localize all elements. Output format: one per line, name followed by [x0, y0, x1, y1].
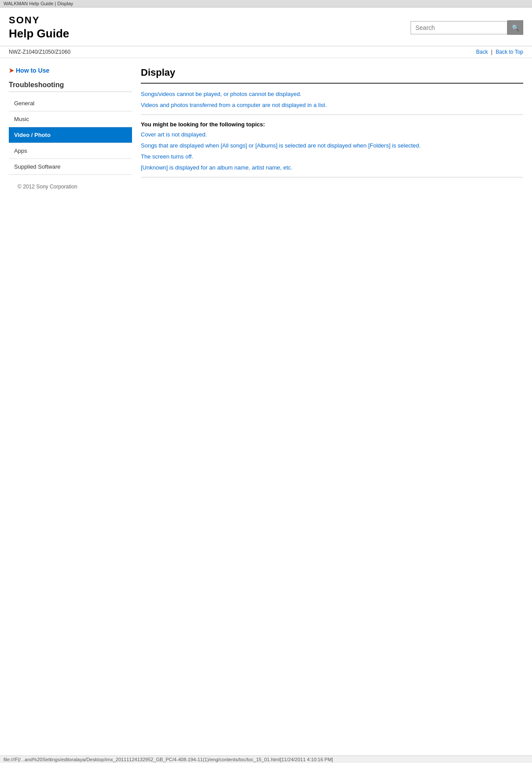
sub-link-3[interactable]: The screen turns off.	[141, 153, 523, 160]
back-link[interactable]: Back	[476, 49, 488, 55]
sidebar-item-supplied-software[interactable]: Supplied Software	[9, 159, 132, 175]
nav-bar: NWZ-Z1040/Z1050/Z1060 Back | Back to Top	[0, 46, 532, 58]
nav-separator: |	[491, 49, 492, 55]
content-area: Display Songs/videos cannot be played, o…	[141, 67, 523, 199]
header: SONY Help Guide 🔍	[0, 7, 532, 46]
browser-title: WALKMAN Help Guide | Display	[4, 1, 73, 6]
troubleshooting-section-title: Troubleshooting	[9, 81, 132, 92]
sidebar-item-general[interactable]: General	[9, 96, 132, 111]
search-input[interactable]	[411, 21, 507, 34]
search-container: 🔍	[411, 20, 523, 35]
back-to-top-link[interactable]: Back to Top	[496, 49, 523, 55]
how-to-use-arrow-icon: ➤	[9, 67, 14, 74]
content-link-2[interactable]: Videos and photos transferred from a com…	[141, 102, 523, 108]
sub-link-1[interactable]: Cover art is not displayed.	[141, 131, 523, 138]
footer: © 2012 Sony Corporation	[9, 175, 132, 199]
model-number: NWZ-Z1040/Z1050/Z1060	[9, 49, 70, 55]
browser-title-bar: WALKMAN Help Guide | Display	[0, 0, 532, 7]
header-branding: SONY Help Guide	[9, 15, 69, 41]
sub-link-4[interactable]: [Unknown] is displayed for an album name…	[141, 164, 523, 171]
main-layout: ➤ How to Use Troubleshooting General Mus…	[0, 58, 532, 207]
how-to-use-link[interactable]: How to Use	[16, 67, 49, 74]
search-button[interactable]: 🔍	[507, 20, 523, 35]
help-guide-title: Help Guide	[9, 27, 69, 41]
sidebar-item-video-photo[interactable]: Video / Photo	[9, 127, 132, 143]
subheading: You might be looking for the following t…	[141, 121, 523, 128]
content-link-1[interactable]: Songs/videos cannot be played, or photos…	[141, 91, 523, 97]
also-looking-section: You might be looking for the following t…	[141, 121, 523, 171]
sony-logo: SONY	[9, 15, 69, 26]
copyright-text: © 2012 Sony Corporation	[18, 184, 77, 190]
content-divider-2	[141, 177, 523, 177]
nav-links: Back | Back to Top	[476, 49, 523, 55]
content-divider-1	[141, 114, 523, 115]
sidebar-item-music[interactable]: Music	[9, 111, 132, 127]
sidebar: ➤ How to Use Troubleshooting General Mus…	[9, 67, 132, 199]
sidebar-item-apps[interactable]: Apps	[9, 143, 132, 159]
how-to-use-section: ➤ How to Use	[9, 67, 132, 74]
page-title: Display	[141, 67, 523, 84]
main-links-section: Songs/videos cannot be played, or photos…	[141, 91, 523, 108]
sub-link-2[interactable]: Songs that are displayed when [All songs…	[141, 142, 523, 149]
search-icon: 🔍	[512, 24, 519, 31]
